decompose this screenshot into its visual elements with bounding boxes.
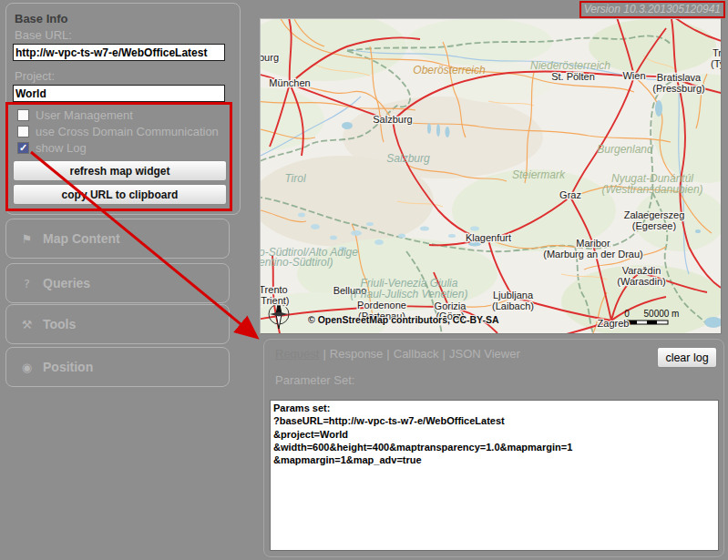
- svg-text:Steiermark: Steiermark: [512, 168, 566, 181]
- svg-text:burg: burg: [261, 52, 279, 63]
- user-management-checkbox[interactable]: [17, 109, 29, 121]
- log-tab-bar: Request|Response|Callback|JSON Viewer: [275, 347, 520, 361]
- sidebar-item-position[interactable]: ◉ Position: [5, 347, 230, 387]
- base-url-label: Base URL:: [15, 28, 72, 42]
- tab-response[interactable]: Response: [330, 347, 384, 361]
- svg-text:Wien: Wien: [622, 70, 645, 81]
- project-input[interactable]: [13, 85, 225, 102]
- svg-text:Klagenfurt: Klagenfurt: [466, 232, 511, 243]
- svg-text:Trnava: Trnava: [713, 47, 721, 58]
- tools-icon: ⚒: [20, 318, 34, 331]
- svg-text:(Tyrnau): (Tyrnau): [711, 58, 721, 69]
- base-url-input[interactable]: [13, 44, 225, 61]
- svg-text:München: München: [269, 77, 310, 88]
- sidebar-item-queries[interactable]: ? Queries: [5, 263, 230, 303]
- version-badge: Version 10.3.201305120941: [579, 1, 725, 18]
- sidebar-item-tools[interactable]: ⚒ Tools: [5, 304, 230, 344]
- log-output-textarea[interactable]: Params set: ?baseURL=http://w-vpc-ts-w7-…: [270, 400, 719, 551]
- user-management-label: User Management: [36, 108, 133, 122]
- svg-text:Niederösterreich: Niederösterreich: [530, 59, 610, 72]
- tab-json-viewer[interactable]: JSON Viewer: [449, 347, 520, 361]
- svg-text:St. Pölten: St. Pölten: [551, 71, 595, 82]
- svg-text:Zalaegerszeg: Zalaegerszeg: [624, 209, 685, 220]
- question-icon: ?: [20, 277, 34, 290]
- svg-text:0: 0: [624, 309, 630, 319]
- parameter-set-label: Parameter Set:: [275, 373, 354, 387]
- clear-log-button[interactable]: clear log: [657, 347, 717, 368]
- show-log-label: show Log: [36, 141, 87, 155]
- svg-text:Salzburg: Salzburg: [373, 114, 412, 125]
- map-widget[interactable]: burgMünchenSalzburgSt. PöltenWienBratisl…: [260, 18, 722, 334]
- sidebar-item-map-content[interactable]: ⚑ Map Content: [5, 219, 230, 259]
- svg-text:(Egersee): (Egersee): [632, 220, 676, 231]
- svg-text:Burgenland: Burgenland: [597, 143, 653, 156]
- log-panel: Request|Response|Callback|JSON Viewer cl…: [263, 339, 724, 557]
- base-info-panel: Base Info Base URL: Project: User Manage…: [5, 3, 241, 215]
- svg-text:Varaždin: Varaždin: [622, 265, 661, 276]
- svg-text:Bratislava: Bratislava: [657, 72, 702, 83]
- svg-text:Salzburg: Salzburg: [386, 152, 430, 165]
- tools-label: Tools: [43, 317, 76, 331]
- refresh-map-widget-button[interactable]: refresh map widget: [13, 160, 227, 181]
- tab-separator: |: [383, 347, 393, 361]
- cross-domain-checkbox[interactable]: [17, 126, 29, 137]
- tab-separator: |: [439, 347, 449, 361]
- project-label: Project:: [15, 69, 55, 83]
- target-icon: ◉: [20, 361, 34, 374]
- svg-text:(Warasdin): (Warasdin): [617, 276, 665, 287]
- checkbox-row-cross-domain: use Cross Domain Communication: [17, 125, 219, 138]
- svg-text:50000 m: 50000 m: [644, 309, 680, 319]
- cross-domain-label: use Cross Domain Communication: [36, 125, 219, 138]
- map-canvas: burgMünchenSalzburgSt. PöltenWienBratisl…: [261, 19, 721, 333]
- checkbox-row-user-management: User Management: [17, 108, 133, 122]
- svg-text:(Westtransdanubien): (Westtransdanubien): [601, 183, 702, 196]
- svg-text:Oberösterreich: Oberösterreich: [413, 64, 486, 76]
- svg-text:Trento: Trento: [261, 284, 288, 295]
- checkbox-row-show-log: show Log: [17, 141, 87, 155]
- queries-label: Queries: [43, 276, 90, 290]
- svg-text:(Laibach): (Laibach): [492, 300, 534, 311]
- tab-separator: |: [319, 347, 329, 361]
- svg-text:(Trient): (Trient): [261, 295, 290, 306]
- map-scale-bar: [627, 321, 668, 324]
- copy-url-to-clipboard-button[interactable]: copy URL to clipboard: [13, 184, 227, 205]
- tab-callback[interactable]: Callback: [394, 347, 439, 361]
- svg-text:Pordenone: Pordenone: [357, 300, 406, 311]
- svg-text:(Pressburg): (Pressburg): [652, 83, 704, 94]
- svg-text:(Friaul-Julisch Venetien): (Friaul-Julisch Venetien): [351, 288, 468, 300]
- svg-text:© OpenStreetMap contributors,: © OpenStreetMap contributors, CC-BY-SA: [308, 314, 499, 325]
- base-info-title: Base Info: [15, 12, 68, 25]
- svg-text:Zagreb: Zagreb: [598, 318, 630, 329]
- tab-request[interactable]: Request: [275, 347, 319, 361]
- svg-text:Ljubljana: Ljubljana: [493, 290, 534, 300]
- show-log-checkbox[interactable]: [17, 142, 29, 154]
- svg-text:Maribor: Maribor: [576, 238, 610, 249]
- flag-icon: ⚑: [20, 232, 34, 246]
- svg-text:Graz: Graz: [559, 189, 581, 200]
- svg-text:(Marburg an der Drau): (Marburg an der Drau): [543, 249, 642, 260]
- position-label: Position: [43, 360, 93, 374]
- svg-text:Tirol: Tirol: [284, 172, 306, 185]
- map-content-label: Map Content: [43, 231, 120, 246]
- svg-text:entino-Südtirol): entino-Südtirol): [261, 256, 333, 269]
